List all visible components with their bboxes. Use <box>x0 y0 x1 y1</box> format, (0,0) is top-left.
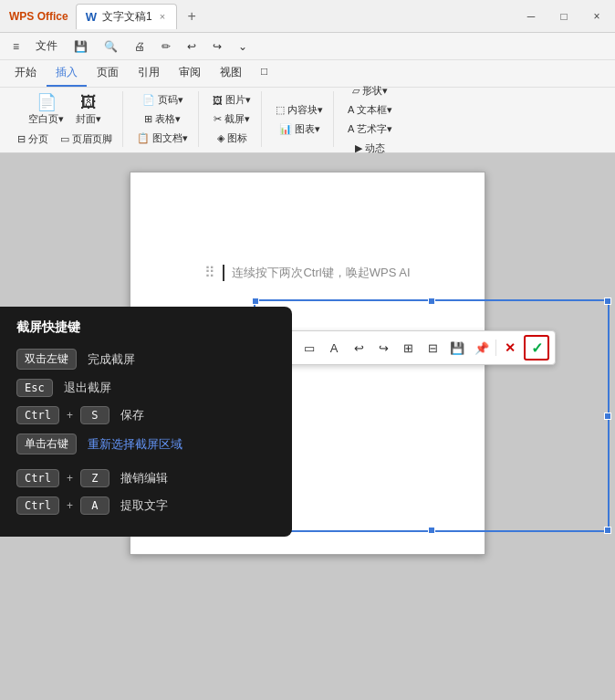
word-icon: W <box>86 10 97 24</box>
print-btn[interactable]: 🖨 <box>127 37 152 56</box>
table-row1: 📄 页码▾ <box>138 91 188 109</box>
ft-collapse-btn[interactable]: ⊟ <box>422 337 443 359</box>
handle-middle-right[interactable] <box>604 413 611 420</box>
text-row3: A 艺术字▾ <box>343 120 397 138</box>
chart-btn[interactable]: 📊 图表▾ <box>275 120 325 138</box>
ft-expand-btn[interactable]: ⊞ <box>397 337 419 359</box>
kbd-esc: Esc <box>16 379 53 397</box>
shortcut-row-ocr: Ctrl + A 提取文字 <box>16 496 276 515</box>
shape-icon: ▱ <box>352 85 360 97</box>
close-button[interactable]: × <box>582 4 611 29</box>
ft-confirm-wrap: ✓ <box>524 335 549 360</box>
ribbon-content: 📄 空白页▾ 🖼 封面▾ ⊟ 分页 ▭ 页眉页脚 📄 页码▾ <box>0 88 615 153</box>
image-icon: 🖼 <box>213 95 223 106</box>
cover-icon: 🖼 <box>80 94 97 110</box>
title-bar: WPS Office W 文字文稿1 × + ─ □ × <box>0 0 615 33</box>
tab-start[interactable]: 开始 <box>5 60 46 87</box>
shortcut-row-rclick: 单击右键 重新选择截屏区域 <box>16 434 276 454</box>
table-icon: ⊞ <box>144 113 152 125</box>
search-btn[interactable]: 🔍 <box>97 37 125 56</box>
shortcut-title: 截屏快捷键 <box>16 319 276 336</box>
maximize-button[interactable]: □ <box>549 4 579 29</box>
document-tab[interactable]: W 文字文稿1 × <box>76 4 177 29</box>
shortcut-row-save: Ctrl + S 保存 <box>16 406 276 424</box>
desc-undo: 撤销编辑 <box>120 470 168 486</box>
new-tab-button[interactable]: + <box>181 5 203 27</box>
wordart-icon: A <box>348 123 354 134</box>
ft-text-btn[interactable]: A <box>323 337 345 359</box>
kbd-ctrl-z1: Ctrl <box>16 469 59 487</box>
content-block-icon: ⬚ <box>276 104 285 116</box>
ft-pin-btn[interactable]: 📌 <box>471 337 493 359</box>
table-row2: ⊞ 表格▾ <box>140 110 185 128</box>
handle-top-right[interactable] <box>604 298 611 305</box>
ft-cancel-btn[interactable]: ✕ <box>499 337 521 359</box>
cursor-handle: ⠿ <box>204 264 215 281</box>
desc-rclick: 重新选择截屏区域 <box>88 436 182 453</box>
wordart-btn[interactable]: A 艺术字▾ <box>343 120 397 138</box>
handle-bottom-right[interactable] <box>604 527 611 534</box>
desc-esc: 退出截屏 <box>64 380 111 396</box>
edit-btn[interactable]: ✏ <box>154 37 178 56</box>
redo-btn[interactable]: ↪ <box>205 37 229 56</box>
hamburger-menu[interactable]: ≡ <box>5 37 26 56</box>
cover-btn[interactable]: 🖼 封面▾ <box>71 91 106 129</box>
undo-btn[interactable]: ↩ <box>180 37 203 56</box>
pagenum-btn[interactable]: 📄 页码▾ <box>138 91 188 109</box>
shape-btn[interactable]: ▱ 形状▾ <box>348 82 392 99</box>
table-btn[interactable]: ⊞ 表格▾ <box>140 110 185 128</box>
ai-hint-text: 连续按下两次Ctrl键，唤起WPS AI <box>232 265 410 281</box>
icon-icon: ◈ <box>217 132 224 144</box>
ft-confirm-btn[interactable]: ✓ <box>526 337 547 359</box>
minimize-button[interactable]: ─ <box>516 4 546 29</box>
plus-s: + <box>67 409 73 422</box>
dynamic-icon: ▶ <box>355 142 362 154</box>
ribbon-tab-bar: 开始 插入 页面 引用 审阅 视图 □ <box>0 60 615 88</box>
kbd-ctrl-a1: Ctrl <box>16 496 59 515</box>
window-controls: ─ □ × <box>516 4 611 29</box>
desc-dblclick: 完成截屏 <box>88 351 135 368</box>
main-content: ⠿ 连续按下两次Ctrl键，唤起WPS AI ↺ ⬚ ◯ ↗ ✏ ▭ A ↩ <box>0 153 615 700</box>
doc-btn[interactable]: 📋 图文档▾ <box>132 130 193 147</box>
tab-close-button[interactable]: × <box>158 10 167 23</box>
screenshot-btn[interactable]: ✂ 截屏▾ <box>209 110 255 128</box>
tab-review[interactable]: 审阅 <box>170 60 210 87</box>
icon-btn[interactable]: ◈ 图标 <box>213 130 252 147</box>
content-row1: ⬚ 内容块▾ <box>271 101 328 119</box>
ft-undo-btn[interactable]: ↩ <box>348 337 370 359</box>
tab-references[interactable]: 引用 <box>129 60 169 87</box>
blank-page-btn[interactable]: 📄 空白页▾ <box>24 91 68 129</box>
cursor-bar <box>223 265 224 281</box>
wps-logo: WPS Office <box>4 8 74 25</box>
pages-bottom-row: ⊟ 分页 ▭ 页眉页脚 <box>13 131 117 148</box>
illus-row1: 🖼 图片▾ <box>208 91 255 109</box>
ribbon-group-illustrations: 🖼 图片▾ ✂ 截屏▾ ◈ 图标 <box>203 91 262 147</box>
illus-row2: ✂ 截屏▾ <box>209 110 255 128</box>
screenshot-icon: ✂ <box>214 113 222 125</box>
ft-separator <box>495 340 496 356</box>
file-menu[interactable]: 文件 <box>28 36 65 57</box>
ft-box-btn[interactable]: ▭ <box>298 337 320 359</box>
tab-view[interactable]: 视图 <box>211 60 251 87</box>
kbd-a: A <box>80 496 109 515</box>
doc-area[interactable]: ⠿ 连续按下两次Ctrl键，唤起WPS AI ↺ ⬚ ◯ ↗ ✏ ▭ A ↩ <box>0 153 615 573</box>
save-btn[interactable]: 💾 <box>67 37 95 56</box>
blank-page-icon: 📄 <box>36 94 57 110</box>
pagebreak-btn[interactable]: ⊟ 分页 <box>13 131 53 148</box>
tab-page[interactable]: 页面 <box>88 60 128 87</box>
ribbon-group-table: 📄 页码▾ ⊞ 表格▾ 📋 图文档▾ <box>127 91 199 147</box>
shortcut-row-dblclick: 双击左键 完成截屏 <box>16 349 276 370</box>
text-row1: ▱ 形状▾ <box>348 82 392 99</box>
more-btn[interactable]: ⌄ <box>231 37 255 56</box>
table-row3: 📋 图文档▾ <box>132 130 193 147</box>
content-block-btn[interactable]: ⬚ 内容块▾ <box>271 101 328 119</box>
textbox-btn[interactable]: A 文本框▾ <box>343 101 397 119</box>
image-btn[interactable]: 🖼 图片▾ <box>208 91 255 109</box>
ft-save-btn[interactable]: 💾 <box>446 337 468 359</box>
desc-ocr: 提取文字 <box>120 497 168 514</box>
kbd-s: S <box>80 406 109 424</box>
tab-insert[interactable]: 插入 <box>47 60 87 87</box>
tab-more[interactable]: □ <box>252 60 276 87</box>
ft-redo-btn[interactable]: ↪ <box>372 337 394 359</box>
header-footer-btn[interactable]: ▭ 页眉页脚 <box>56 131 117 148</box>
